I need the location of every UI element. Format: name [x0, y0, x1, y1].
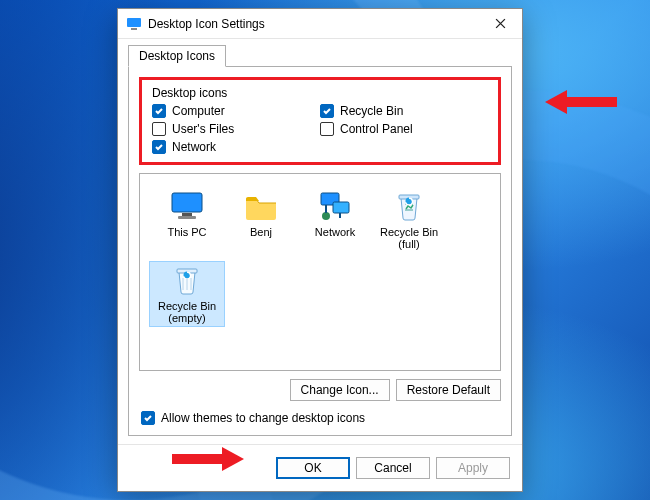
- checkbox-recycle-bin[interactable]: Recycle Bin: [320, 104, 488, 118]
- checkbox-box: [141, 411, 155, 425]
- cancel-button[interactable]: Cancel: [356, 457, 430, 479]
- checkbox-label: User's Files: [172, 122, 234, 136]
- checkbox-computer[interactable]: Computer: [152, 104, 320, 118]
- preview-icon[interactable]: Benj: [224, 188, 298, 252]
- checkbox-box: [320, 104, 334, 118]
- checkbox-allow-themes[interactable]: Allow themes to change desktop icons: [141, 411, 501, 425]
- titlebar: Desktop Icon Settings: [118, 9, 522, 39]
- ok-button[interactable]: OK: [276, 457, 350, 479]
- monitor-icon: [169, 190, 205, 222]
- restore-default-button[interactable]: Restore Default: [396, 379, 501, 401]
- preview-icon[interactable]: This PC: [150, 188, 224, 252]
- bin-empty-icon: [169, 264, 205, 296]
- preview-icon[interactable]: Recycle Bin (empty): [150, 262, 224, 326]
- svg-rect-0: [127, 18, 141, 27]
- preview-icon-label: Recycle Bin (full): [380, 226, 438, 250]
- checkbox-box: [320, 122, 334, 136]
- svg-point-8: [322, 212, 330, 220]
- checkbox-label: Control Panel: [340, 122, 413, 136]
- checkbox-label: Computer: [172, 104, 225, 118]
- group-label: Desktop icons: [152, 86, 488, 100]
- dialog-title: Desktop Icon Settings: [148, 17, 484, 31]
- preview-icon-label: Benj: [250, 226, 272, 238]
- network-icon: [317, 190, 353, 222]
- desktop-icon-settings-dialog: Desktop Icon Settings Desktop Icons Desk…: [117, 8, 523, 492]
- app-icon: [126, 16, 142, 32]
- change-icon-button[interactable]: Change Icon...: [290, 379, 390, 401]
- preview-icon-label: Network: [315, 226, 355, 238]
- preview-icon-label: Recycle Bin (empty): [158, 300, 216, 324]
- apply-button[interactable]: Apply: [436, 457, 510, 479]
- bin-full-icon: [391, 190, 427, 222]
- tab-panel: Desktop icons Computer Recycle Bin User'…: [128, 67, 512, 436]
- checkbox-box: [152, 104, 166, 118]
- tab-desktop-icons[interactable]: Desktop Icons: [128, 45, 226, 67]
- svg-rect-9: [325, 205, 327, 213]
- checkbox-label: Recycle Bin: [340, 104, 403, 118]
- checkbox-label: Network: [172, 140, 216, 154]
- desktop-icons-group: Desktop icons Computer Recycle Bin User'…: [139, 77, 501, 165]
- preview-icon-label: This PC: [167, 226, 206, 238]
- dialog-footer: OK Cancel Apply: [118, 444, 522, 491]
- svg-rect-1: [131, 28, 137, 30]
- svg-rect-10: [339, 213, 341, 218]
- checkbox-control-panel[interactable]: Control Panel: [320, 122, 488, 136]
- close-button[interactable]: [484, 13, 516, 35]
- checkbox-box: [152, 140, 166, 154]
- svg-rect-2: [172, 193, 202, 212]
- icon-preview-pane: This PCBenjNetworkRecycle Bin (full)Recy…: [139, 173, 501, 371]
- checkbox-users-files[interactable]: User's Files: [152, 122, 320, 136]
- tabstrip: Desktop Icons: [128, 45, 512, 67]
- svg-rect-5: [178, 216, 196, 219]
- checkbox-network[interactable]: Network: [152, 140, 320, 154]
- folder-icon: [243, 190, 279, 222]
- svg-rect-4: [182, 213, 192, 216]
- svg-rect-7: [333, 202, 349, 213]
- preview-icon[interactable]: Recycle Bin (full): [372, 188, 446, 252]
- checkbox-label: Allow themes to change desktop icons: [161, 411, 365, 425]
- preview-icon[interactable]: Network: [298, 188, 372, 252]
- checkbox-box: [152, 122, 166, 136]
